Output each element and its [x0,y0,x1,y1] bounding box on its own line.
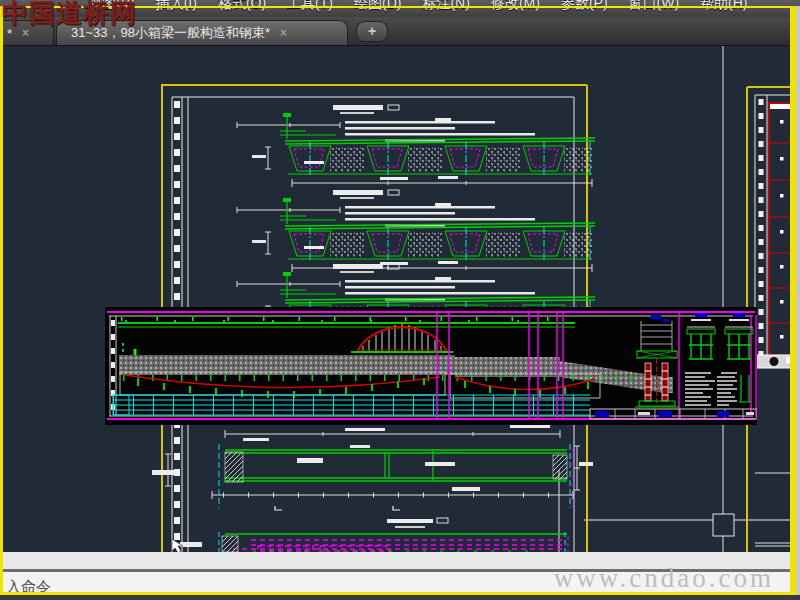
tabbar-divider [0,45,800,46]
menu-item-tools[interactable]: 工具(T) [287,0,333,17]
close-icon[interactable]: × [280,26,287,40]
menu-item-insert[interactable]: 插入(I) [156,0,197,17]
menu-item-help[interactable]: 帮助(H) [700,0,747,17]
model-space-canvas[interactable] [3,46,793,552]
menu-item-parametric[interactable]: 参数(P) [561,0,608,17]
window-border-bottom [0,592,800,595]
site-watermark-bottom: www.cndao.com [554,563,774,594]
cross-section-2 [237,190,595,272]
new-tab-button[interactable]: + [356,21,388,42]
girder-plan-view [180,518,568,552]
window-border-left [0,6,3,595]
cross-section-1 [237,105,595,187]
site-watermark-top: 中国道桥网 [2,0,137,31]
girder-elevation-view [152,425,593,510]
window-footer-edge [0,595,800,600]
bridge-elevation-overlay [105,307,757,425]
window-edge-right [796,6,800,595]
notes-text-block [685,373,737,405]
menu-item-format[interactable]: 格式(O) [218,0,266,17]
mouse-cursor [172,539,183,552]
construction-lines [559,46,793,552]
menu-item-modify[interactable]: 修改(M) [491,0,540,17]
menu-item-window[interactable]: 窗口(W) [629,0,680,17]
bridge-elevation-graphics [105,307,757,425]
viewport-marker [713,514,734,536]
menu-item-dimension[interactable]: 标注(N) [422,0,469,17]
menu-item-draw[interactable]: 绘图(D) [354,0,401,17]
pier-elevation [635,315,679,407]
title-block [590,409,757,419]
drawing-sheet-graphics [3,46,793,552]
